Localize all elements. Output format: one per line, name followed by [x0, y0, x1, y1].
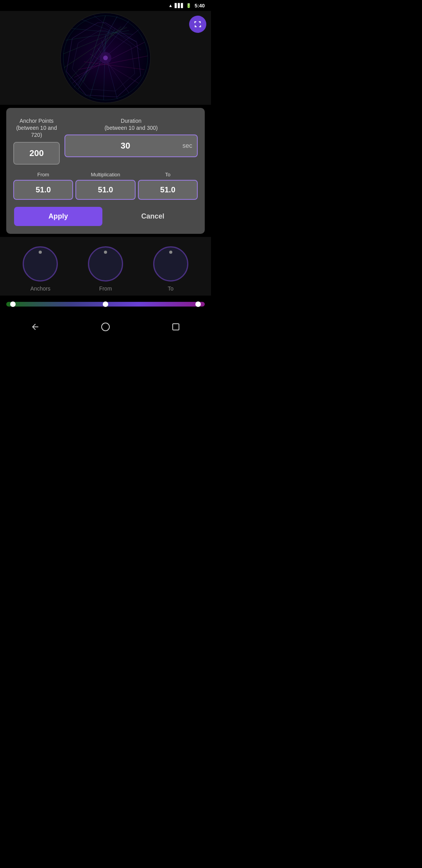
spirograph-svg	[59, 11, 152, 105]
status-bar: ▲ ▋▋▋ 🔋 5:40	[0, 0, 211, 11]
duration-col: Duration (between 10 and 300) sec	[65, 117, 197, 164]
from-knob-indicator	[104, 251, 107, 254]
gradient-bar[interactable]	[6, 302, 205, 307]
duration-label: Duration (between 10 and 300)	[104, 117, 157, 131]
gradient-bar-area	[0, 296, 211, 313]
multiplication-col: Multiplication	[76, 172, 134, 199]
settings-dialog: Anchor Points (between 10 and 720) Durat…	[6, 108, 205, 234]
from-knob[interactable]	[88, 246, 123, 282]
gradient-dot-center[interactable]	[103, 301, 108, 307]
to-col: To	[139, 172, 197, 199]
nav-bar	[0, 313, 211, 338]
svg-rect-27	[173, 324, 179, 330]
from-label: From	[37, 172, 49, 178]
gradient-dot-left[interactable]	[10, 301, 16, 307]
to-knob[interactable]	[153, 246, 188, 282]
anchor-points-label: Anchor Points (between 10 and 720)	[14, 117, 59, 139]
home-icon	[101, 322, 110, 332]
visualization-area	[0, 11, 211, 105]
recents-button[interactable]	[164, 319, 188, 335]
duration-input-wrapper: sec	[65, 135, 197, 156]
multiplication-input[interactable]	[76, 181, 134, 199]
from-input[interactable]	[14, 181, 72, 199]
duration-unit: sec	[182, 142, 197, 149]
status-time: 5:40	[195, 3, 205, 9]
gradient-dot-right[interactable]	[195, 301, 201, 307]
back-icon	[30, 322, 40, 332]
svg-point-25	[103, 56, 108, 60]
knobs-area: Anchors From To	[0, 237, 211, 296]
svg-point-26	[102, 323, 109, 331]
anchors-knob-label: Anchors	[30, 285, 50, 292]
back-button[interactable]	[23, 319, 47, 335]
battery-icon: 🔋	[186, 3, 191, 8]
anchors-knob[interactable]	[23, 246, 58, 282]
to-knob-container: To	[153, 246, 188, 292]
anchors-knob-indicator	[39, 251, 42, 254]
fullscreen-button[interactable]	[189, 16, 206, 33]
dialog-row-2: From Multiplication To	[14, 172, 197, 199]
from-col: From	[14, 172, 72, 199]
from-knob-label: From	[99, 285, 112, 292]
anchor-points-input[interactable]	[14, 143, 59, 164]
viz-canvas	[59, 11, 152, 105]
from-knob-container: From	[88, 246, 123, 292]
to-knob-label: To	[168, 285, 173, 292]
anchors-knob-container: Anchors	[23, 246, 58, 292]
recents-icon	[171, 322, 181, 332]
signal-icon: ▋▋▋	[175, 3, 184, 8]
to-input[interactable]	[139, 181, 197, 199]
cancel-button[interactable]: Cancel	[109, 207, 197, 226]
multiplication-label: Multiplication	[91, 172, 120, 178]
apply-button[interactable]: Apply	[14, 207, 102, 226]
home-button[interactable]	[94, 319, 117, 335]
wifi-icon: ▲	[168, 3, 173, 8]
duration-input[interactable]	[65, 135, 182, 156]
to-knob-indicator	[169, 251, 172, 254]
to-label: To	[165, 172, 170, 178]
status-icons: ▲ ▋▋▋ 🔋	[168, 3, 191, 8]
dialog-row-1: Anchor Points (between 10 and 720) Durat…	[14, 117, 197, 164]
dialog-buttons: Apply Cancel	[14, 207, 197, 226]
anchor-points-col: Anchor Points (between 10 and 720)	[14, 117, 59, 164]
